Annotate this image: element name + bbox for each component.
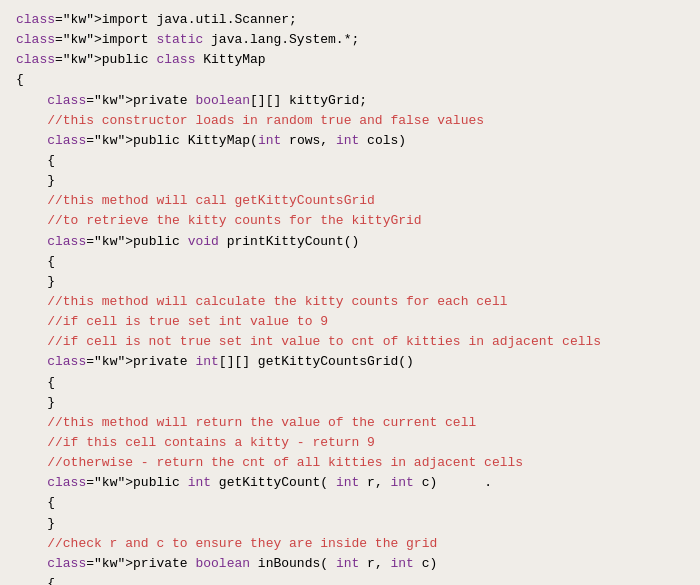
code-line: class="kw">public class KittyMap bbox=[16, 50, 684, 70]
code-line: class="kw">private boolean[][] kittyGrid… bbox=[16, 91, 684, 111]
code-line: //otherwise - return the cnt of all kitt… bbox=[16, 453, 684, 473]
code-line: //if this cell contains a kitty - return… bbox=[16, 433, 684, 453]
code-line: } bbox=[16, 393, 684, 413]
code-line: class="kw">import static java.lang.Syste… bbox=[16, 30, 684, 50]
code-line: //this constructor loads in random true … bbox=[16, 111, 684, 131]
code-line: //this method will calculate the kitty c… bbox=[16, 292, 684, 312]
code-line: class="kw">import java.util.Scanner; bbox=[16, 10, 684, 30]
code-line: } bbox=[16, 514, 684, 534]
code-line: class="kw">public KittyMap(int rows, int… bbox=[16, 131, 684, 151]
code-line: { bbox=[16, 252, 684, 272]
code-line: { bbox=[16, 70, 684, 90]
code-line: } bbox=[16, 171, 684, 191]
code-line: class="kw">private boolean inBounds( int… bbox=[16, 554, 684, 574]
code-line: //if cell is true set int value to 9 bbox=[16, 312, 684, 332]
code-line: { bbox=[16, 373, 684, 393]
code-line: //check r and c to ensure they are insid… bbox=[16, 534, 684, 554]
code-line: { bbox=[16, 493, 684, 513]
code-line: } bbox=[16, 272, 684, 292]
code-line: class="kw">public int getKittyCount( int… bbox=[16, 473, 684, 493]
code-line: class="kw">public void printKittyCount() bbox=[16, 232, 684, 252]
code-line: class="kw">private int[][] getKittyCount… bbox=[16, 352, 684, 372]
code-line: //this method will call getKittyCountsGr… bbox=[16, 191, 684, 211]
code-editor: class="kw">import java.util.Scanner;clas… bbox=[0, 0, 700, 585]
code-line: { bbox=[16, 574, 684, 585]
code-line: //to retrieve the kitty counts for the k… bbox=[16, 211, 684, 231]
code-line: //if cell is not true set int value to c… bbox=[16, 332, 684, 352]
code-line: { bbox=[16, 151, 684, 171]
code-line: //this method will return the value of t… bbox=[16, 413, 684, 433]
